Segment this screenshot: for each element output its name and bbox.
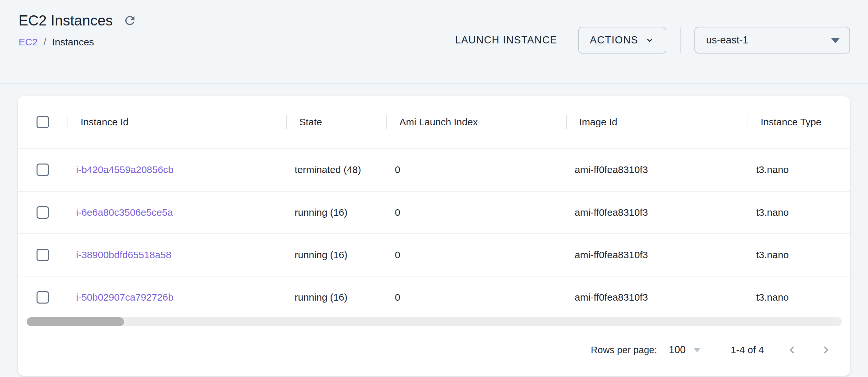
table-header-row: Instance Id State Ami Launch Index Image… — [18, 96, 850, 149]
instances-table-card: Instance Id State Ami Launch Index Image… — [18, 96, 850, 376]
horizontal-scrollbar[interactable] — [27, 317, 842, 326]
row-checkbox-cell — [18, 291, 67, 304]
toolbar: LAUNCH INSTANCE ACTIONS us-east-1 — [453, 27, 850, 54]
ec2-instances-page: EC2 Instances EC2 / Instances LAUNCH INS… — [0, 0, 868, 376]
table-row[interactable]: i-6e6a80c3506e5ce5a running (16) 0 ami-f… — [18, 191, 850, 233]
caret-down-icon[interactable] — [693, 348, 701, 352]
chevron-left-icon — [785, 343, 799, 357]
page-header: EC2 Instances EC2 / Instances LAUNCH INS… — [0, 0, 868, 84]
ami-launch-index-cell: 0 — [386, 207, 566, 218]
chevron-down-icon — [645, 35, 655, 45]
ami-launch-index-cell: 0 — [386, 164, 566, 175]
region-select[interactable]: us-east-1 — [694, 27, 850, 54]
instance-type-cell: t3.nano — [748, 207, 850, 218]
row-checkbox-cell — [18, 206, 67, 219]
launch-instance-button[interactable]: LAUNCH INSTANCE — [453, 31, 559, 49]
image-id-cell: ami-ff0fea8310f3 — [566, 292, 748, 303]
region-select-value: us-east-1 — [706, 34, 748, 46]
ami-launch-index-cell: 0 — [386, 249, 566, 260]
row-checkbox[interactable] — [36, 163, 49, 176]
horizontal-scrollbar-thumb[interactable] — [27, 317, 124, 326]
breadcrumb-ec2-link[interactable]: EC2 — [19, 37, 37, 48]
state-cell: running (16) — [286, 292, 386, 303]
breadcrumb-current: Instances — [52, 37, 94, 48]
actions-button-label: ACTIONS — [590, 34, 638, 46]
column-header-instance-type[interactable]: Instance Type — [748, 117, 850, 128]
chevron-right-icon — [819, 343, 833, 357]
row-checkbox[interactable] — [36, 206, 49, 219]
state-cell: terminated (48) — [286, 164, 386, 175]
state-cell: running (16) — [286, 249, 386, 260]
instance-id-link[interactable]: i-38900bdfd65518a58 — [76, 249, 171, 260]
column-header-ami-launch-index[interactable]: Ami Launch Index — [386, 117, 566, 128]
row-checkbox-cell — [18, 249, 67, 261]
actions-button[interactable]: ACTIONS — [578, 27, 666, 54]
table-row[interactable]: i-b420a4559a20856cb terminated (48) 0 am… — [18, 149, 850, 191]
column-header-image-id[interactable]: Image Id — [566, 117, 748, 128]
header-checkbox-cell — [18, 116, 67, 128]
instance-id-link[interactable]: i-6e6a80c3506e5ce5a — [76, 207, 173, 218]
ami-launch-index-cell: 0 — [386, 292, 566, 303]
previous-page-button[interactable] — [784, 342, 800, 358]
refresh-icon — [123, 14, 137, 27]
row-checkbox-cell — [18, 163, 67, 176]
toolbar-divider — [680, 27, 681, 53]
image-id-cell: ami-ff0fea8310f3 — [566, 207, 748, 218]
table-row[interactable]: i-38900bdfd65518a58 running (16) 0 ami-f… — [18, 233, 850, 276]
breadcrumb-separator: / — [43, 37, 46, 48]
image-id-cell: ami-ff0fea8310f3 — [566, 164, 748, 175]
row-checkbox[interactable] — [36, 249, 49, 261]
rows-per-page-select[interactable]: 100 — [669, 344, 686, 356]
instance-type-cell: t3.nano — [748, 292, 850, 303]
column-header-instance-id[interactable]: Instance Id — [67, 117, 286, 128]
image-id-cell: ami-ff0fea8310f3 — [566, 249, 748, 260]
rows-per-page-label: Rows per page: — [591, 345, 657, 355]
state-cell: running (16) — [286, 207, 386, 218]
page-title: EC2 Instances — [19, 12, 113, 29]
refresh-button[interactable] — [122, 13, 138, 28]
table-row[interactable]: i-50b02907ca792726b running (16) 0 ami-f… — [18, 276, 850, 318]
pagination-range-label: 1-4 of 4 — [731, 344, 764, 355]
column-header-state[interactable]: State — [286, 117, 386, 128]
pagination-bar: Rows per page: 100 1-4 of 4 — [18, 326, 850, 374]
instance-type-cell: t3.nano — [748, 164, 850, 175]
instance-id-link[interactable]: i-b420a4559a20856cb — [76, 164, 174, 175]
instance-type-cell: t3.nano — [748, 249, 850, 260]
row-checkbox[interactable] — [36, 291, 49, 304]
instance-id-link[interactable]: i-50b02907ca792726b — [76, 292, 174, 303]
select-all-checkbox[interactable] — [36, 116, 49, 128]
caret-down-icon — [831, 38, 840, 43]
next-page-button[interactable] — [818, 342, 834, 358]
